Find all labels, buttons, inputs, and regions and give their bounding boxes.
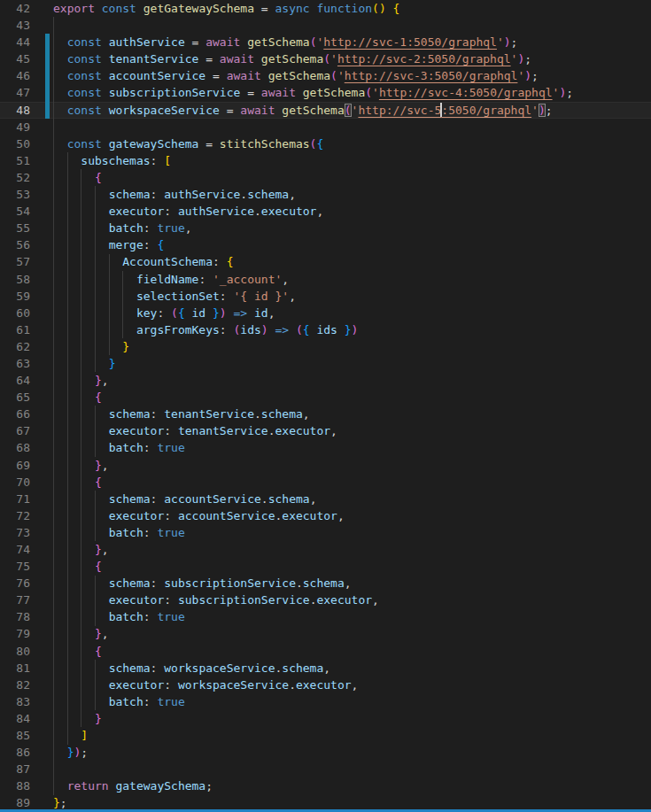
- line-number[interactable]: 85: [0, 727, 53, 744]
- line-number[interactable]: 88: [0, 777, 53, 794]
- code-editor[interactable]: 42export const getGatewaySchema = async …: [0, 0, 651, 812]
- line-number[interactable]: 61: [0, 321, 53, 338]
- code-line[interactable]: 59 selectionSet: '{ id }',: [0, 288, 651, 305]
- line-number[interactable]: 70: [0, 474, 53, 491]
- line-number[interactable]: 75: [0, 558, 53, 575]
- line-number[interactable]: 56: [0, 236, 53, 253]
- code-line[interactable]: 88 return gatewaySchema;: [0, 777, 651, 794]
- line-number[interactable]: 84: [0, 710, 53, 727]
- line-number[interactable]: 83: [0, 693, 53, 710]
- code-line[interactable]: 84 }: [0, 710, 651, 727]
- line-number[interactable]: 65: [0, 389, 53, 406]
- line-number[interactable]: 52: [0, 169, 53, 186]
- line-number[interactable]: 86: [0, 744, 53, 761]
- code-line[interactable]: 65 {: [0, 389, 651, 406]
- code-token: [53, 543, 95, 556]
- line-number[interactable]: 50: [0, 135, 53, 152]
- code-line[interactable]: 55 batch: true,: [0, 220, 651, 236]
- line-number[interactable]: 54: [0, 203, 53, 220]
- line-number[interactable]: 71: [0, 491, 53, 507]
- code-line[interactable]: 76 schema: subscriptionService.schema,: [0, 575, 651, 592]
- line-number[interactable]: 49: [0, 119, 53, 135]
- line-number[interactable]: 66: [0, 406, 53, 422]
- code-line[interactable]: 42export const getGatewaySchema = async …: [0, 0, 651, 17]
- code-line[interactable]: 46 const accountService = await getSchem…: [0, 67, 651, 84]
- code-line[interactable]: 80 {: [0, 643, 651, 660]
- line-number[interactable]: 78: [0, 608, 53, 625]
- code-line[interactable]: 74 },: [0, 541, 651, 558]
- line-number[interactable]: 64: [0, 372, 53, 389]
- line-number[interactable]: 53: [0, 186, 53, 203]
- code-line[interactable]: 79 },: [0, 625, 651, 642]
- line-number[interactable]: 74: [0, 541, 53, 558]
- code-line[interactable]: 67 executor: tenantService.executor,: [0, 422, 651, 439]
- line-number[interactable]: 76: [0, 575, 53, 592]
- line-number[interactable]: 81: [0, 660, 53, 677]
- code-token: ;: [566, 86, 573, 99]
- line-number[interactable]: 57: [0, 253, 53, 270]
- line-number[interactable]: 79: [0, 625, 53, 642]
- code-line[interactable]: 50 const gatewaySchema = stitchSchemas({: [0, 135, 651, 152]
- code-line[interactable]: 43: [0, 17, 651, 34]
- code-token: stitchSchemas: [220, 137, 310, 151]
- code-line[interactable]: 87: [0, 761, 651, 777]
- code-line[interactable]: 81 schema: workspaceService.schema,: [0, 660, 651, 677]
- code-line[interactable]: 77 executor: subscriptionService.executo…: [0, 592, 651, 608]
- code-line[interactable]: 75 {: [0, 558, 651, 575]
- line-number[interactable]: 63: [0, 355, 53, 372]
- code-line[interactable]: 71 schema: accountService.schema,: [0, 491, 651, 507]
- line-number[interactable]: 69: [0, 457, 53, 474]
- code-line[interactable]: 72 executor: accountService.executor,: [0, 507, 651, 524]
- code-line[interactable]: 61 argsFromKeys: (ids) => ({ ids }): [0, 321, 651, 338]
- code-line[interactable]: 51 subschemas: [: [0, 152, 651, 169]
- line-number[interactable]: 58: [0, 271, 53, 288]
- code-token: ;: [81, 746, 88, 759]
- line-number[interactable]: 72: [0, 507, 53, 524]
- code-line[interactable]: 45 const tenantService = await getSchema…: [0, 50, 651, 67]
- code-line[interactable]: 48 const workspaceService = await getSch…: [0, 102, 651, 119]
- code-token: await: [227, 69, 261, 82]
- code-line-text: executor: subscriptionService.executor,: [53, 592, 651, 608]
- code-line[interactable]: 82 executor: workspaceService.executor,: [0, 677, 651, 693]
- code-lines[interactable]: 42export const getGatewaySchema = async …: [0, 0, 651, 812]
- code-line[interactable]: 68 batch: true: [0, 439, 651, 456]
- code-line[interactable]: 66 schema: tenantService.schema,: [0, 406, 651, 422]
- line-number[interactable]: 73: [0, 524, 53, 541]
- git-modified-indicator[interactable]: [45, 34, 50, 119]
- line-number[interactable]: 51: [0, 152, 53, 169]
- code-line-text: ]: [53, 727, 651, 744]
- code-line[interactable]: 44 const authService = await getSchema('…: [0, 34, 651, 50]
- line-number[interactable]: 55: [0, 220, 53, 236]
- code-line[interactable]: 83 batch: true: [0, 693, 651, 710]
- code-line[interactable]: 63 }: [0, 355, 651, 372]
- code-line[interactable]: 78 batch: true: [0, 608, 651, 625]
- line-number[interactable]: 82: [0, 677, 53, 693]
- line-number[interactable]: 42: [0, 0, 53, 17]
- code-line[interactable]: 53 schema: authService.schema,: [0, 186, 651, 203]
- line-number[interactable]: 87: [0, 761, 53, 777]
- code-line[interactable]: 52 {: [0, 169, 651, 186]
- code-line[interactable]: 64 },: [0, 372, 651, 389]
- line-number[interactable]: 43: [0, 17, 53, 34]
- line-number[interactable]: 77: [0, 592, 53, 608]
- line-number[interactable]: 67: [0, 422, 53, 439]
- code-line[interactable]: 57 AccountSchema: {: [0, 253, 651, 270]
- line-number[interactable]: 60: [0, 305, 53, 321]
- code-line[interactable]: 47 const subscriptionService = await get…: [0, 84, 651, 101]
- code-line[interactable]: 62 }: [0, 338, 651, 355]
- code-line[interactable]: 56 merge: {: [0, 236, 651, 253]
- code-line[interactable]: 54 executor: authService.executor,: [0, 203, 651, 220]
- code-line[interactable]: 70 {: [0, 474, 651, 491]
- code-line[interactable]: 60 key: ({ id }) => id,: [0, 305, 651, 321]
- code-line[interactable]: 86 });: [0, 744, 651, 761]
- line-number[interactable]: 80: [0, 643, 53, 660]
- code-line[interactable]: 69 },: [0, 457, 651, 474]
- line-number[interactable]: 68: [0, 439, 53, 456]
- code-line-text: {: [53, 389, 651, 406]
- code-line[interactable]: 85 ]: [0, 727, 651, 744]
- code-line[interactable]: 49: [0, 119, 651, 135]
- line-number[interactable]: 62: [0, 338, 53, 355]
- line-number[interactable]: 59: [0, 288, 53, 305]
- code-line[interactable]: 58 fieldName: '_account',: [0, 271, 651, 288]
- code-line[interactable]: 73 batch: true: [0, 524, 651, 541]
